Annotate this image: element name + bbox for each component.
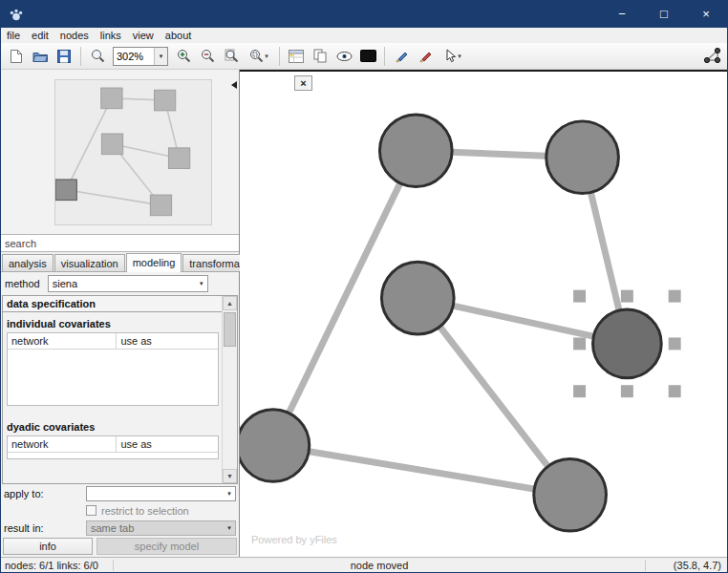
selection-handle[interactable] (621, 385, 633, 397)
zoom-in-button[interactable] (172, 45, 195, 68)
selection-handle[interactable] (669, 337, 681, 350)
menu-file[interactable]: file (1, 29, 26, 42)
table-header-row: network use as (8, 436, 218, 453)
method-value: siena (53, 278, 77, 289)
maximize-button[interactable]: □ (643, 1, 685, 28)
minimap-node (101, 88, 122, 109)
zoom-level-input[interactable] (114, 48, 154, 65)
table-body[interactable] (8, 350, 218, 405)
zoom-combo-arrow-icon[interactable]: ▾ (154, 48, 167, 65)
minimap[interactable] (54, 79, 212, 225)
zoom-selection-button[interactable]: ▾ (244, 45, 274, 68)
zoom-tool-button[interactable] (86, 45, 109, 68)
method-select[interactable]: siena ▾ (48, 275, 208, 292)
zoom-selection-icon (249, 49, 264, 63)
result-in-select[interactable]: same tab ▾ (86, 520, 236, 536)
preview-button[interactable] (332, 45, 355, 68)
zoom-fit-button[interactable] (220, 45, 243, 68)
specify-model-button[interactable]: specify model (96, 538, 237, 555)
graph-edge[interactable] (273, 445, 570, 495)
graph-node[interactable] (240, 410, 310, 482)
graph-area[interactable] (240, 93, 727, 557)
menu-nodes[interactable]: nodes (54, 29, 95, 42)
info-button[interactable]: info (3, 538, 93, 555)
restrict-row: restrict to selection (1, 502, 239, 519)
tab-modeling[interactable]: modeling (126, 253, 182, 272)
red-pen-icon (418, 49, 433, 63)
minimap-node (55, 180, 76, 201)
zoom-fit-icon (225, 49, 239, 63)
restrict-to-selection-checkbox[interactable] (86, 505, 96, 516)
background-color-button[interactable] (356, 45, 379, 68)
data-specification-title: data specification (3, 296, 237, 312)
cursor-icon (444, 49, 457, 63)
graph-node[interactable] (546, 121, 619, 194)
method-label: method (5, 278, 40, 289)
attribute-manager-button[interactable] (285, 45, 308, 68)
close-tab-button[interactable]: × (294, 75, 312, 91)
apply-to-select[interactable]: ▾ (86, 486, 236, 501)
graph-node[interactable] (593, 309, 662, 378)
minimize-button[interactable]: − (601, 1, 643, 28)
search-input[interactable] (1, 234, 239, 252)
menu-links[interactable]: links (95, 29, 127, 42)
individual-covariates-table[interactable]: network use as (7, 332, 219, 406)
document-tabstrip: × (240, 72, 727, 93)
label-pen-button[interactable] (414, 45, 437, 68)
new-document-button[interactable] (5, 45, 28, 68)
save-button[interactable] (53, 45, 75, 68)
dyadic-covariates-table[interactable]: network use as (7, 435, 219, 459)
collapse-panel-icon[interactable] (231, 81, 237, 89)
close-button[interactable]: × (685, 1, 727, 28)
individual-covariates-title: individual covariates (7, 314, 219, 332)
zoom-level-combo[interactable]: ▾ (113, 47, 168, 66)
attribute-table-icon (289, 50, 304, 63)
open-file-button[interactable] (29, 45, 52, 68)
status-message: node moved (114, 560, 645, 571)
restrict-to-selection-label: restrict to selection (101, 505, 189, 517)
scrollbar[interactable]: ▲ ▼ (222, 296, 237, 483)
dropdown-arrow-icon: ▾ (265, 53, 268, 60)
minimap-svg[interactable] (55, 80, 211, 224)
method-row: method siena ▾ (1, 272, 239, 295)
zoom-out-button[interactable] (196, 45, 219, 68)
zoom-out-icon (201, 49, 215, 63)
dyadic-covariates-title: dyadic covariates (7, 417, 219, 435)
canvas-panel: × Powered by yFiles (240, 70, 727, 557)
selection-handle[interactable] (621, 290, 633, 303)
scroll-down-icon[interactable]: ▼ (223, 469, 237, 483)
zoom-icon (91, 49, 105, 63)
data-specification-body: individual covariates network use as dya… (3, 312, 237, 483)
network-collection-button[interactable] (700, 45, 723, 68)
graph-svg[interactable] (240, 93, 727, 557)
result-in-row: result in: same tab ▾ (1, 519, 239, 537)
background-swatch-icon (360, 50, 376, 62)
statusbar: nodes: 6/1 links: 6/0 node moved (35.8, … (1, 557, 727, 572)
minimap-node (101, 134, 122, 155)
scrollbar-thumb[interactable] (224, 312, 236, 347)
edit-pen-button[interactable] (390, 45, 413, 68)
menu-edit[interactable]: edit (26, 29, 54, 42)
copy-view-button[interactable] (309, 45, 332, 68)
selection-handle[interactable] (669, 385, 681, 397)
dropdown-arrow-icon: ▾ (224, 524, 235, 532)
selection-handle[interactable] (669, 290, 681, 303)
graph-node[interactable] (534, 458, 607, 531)
close-tab-icon: × (300, 77, 306, 89)
dropdown-arrow-icon: ▾ (458, 53, 461, 60)
selection-handle[interactable] (573, 385, 586, 397)
graph-node[interactable] (381, 262, 454, 334)
tab-analysis[interactable]: analysis (2, 254, 54, 271)
tab-visualization[interactable]: visualization (54, 254, 125, 271)
scroll-up-icon[interactable]: ▲ (223, 296, 237, 310)
selection-handle[interactable] (573, 337, 586, 350)
selection-handle[interactable] (573, 290, 586, 303)
select-tool-button[interactable]: ▾ (438, 45, 468, 68)
table-body[interactable] (8, 453, 218, 458)
graph-node[interactable] (379, 115, 452, 187)
menu-about[interactable]: about (160, 29, 198, 42)
menu-view[interactable]: view (127, 29, 160, 42)
open-folder-icon (32, 50, 49, 63)
app-window: − □ × file edit nodes links view about ▾ (0, 0, 728, 573)
minimap-node (150, 195, 171, 216)
